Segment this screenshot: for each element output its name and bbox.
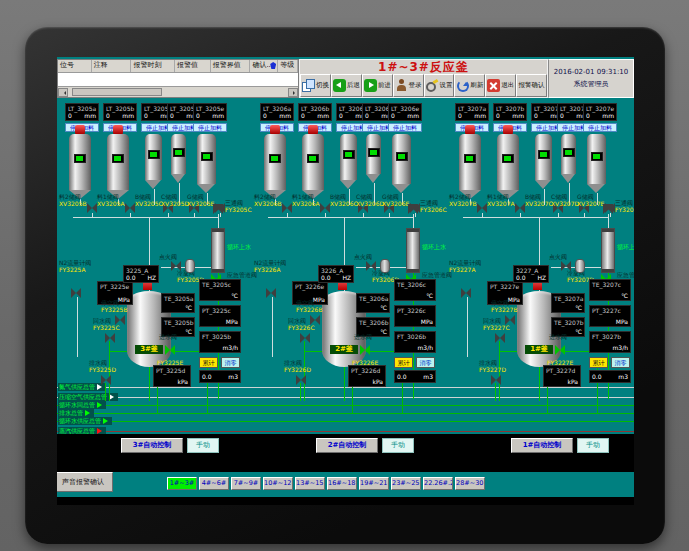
page-button-4[interactable]: 10#~12#: [263, 477, 293, 490]
valve-label-text: 料1储阀: [97, 193, 125, 200]
zero-reset-button[interactable]: 消零: [611, 357, 630, 368]
three-way-valve-icon[interactable]: [603, 204, 613, 214]
value-row: MPa: [397, 318, 433, 325]
n2-flow-valve-icon[interactable]: [266, 288, 276, 298]
ignition-valve-icon[interactable]: [171, 261, 181, 271]
pipe-line: [218, 214, 219, 228]
cooling-water-label: 循环上水: [617, 243, 634, 250]
level-bar: [76, 156, 83, 161]
ignition-valve-icon[interactable]: [366, 261, 376, 271]
pressure-d-readout: PT_3226dkPa: [348, 365, 386, 387]
value-text: 0: [170, 112, 174, 119]
value-row: 0.0m3: [397, 373, 433, 380]
page-button-9[interactable]: 22.26#.27#: [423, 477, 453, 490]
value-text: 0: [301, 112, 305, 119]
feeder-level-display: [538, 150, 550, 159]
unit-text: kPa: [178, 378, 189, 385]
stop-feed-button[interactable]: 停止加料: [193, 123, 227, 132]
n2-flow-valve-icon[interactable]: [461, 288, 471, 298]
stop-feed-button[interactable]: 停止加料: [583, 123, 617, 132]
feeder-cone: [145, 180, 161, 189]
tag-text: TE_3205a: [162, 294, 194, 302]
page-button-2[interactable]: 4#~6#: [199, 477, 229, 490]
value-text: 0.0: [202, 373, 212, 380]
valve-label-text: G储阀: [187, 193, 214, 200]
pipe-line: [77, 297, 78, 357]
sound-alarm-ack-button[interactable]: 声音报警确认: [57, 472, 113, 492]
feeder-valve-icon[interactable]: [282, 203, 292, 213]
auto-control-button[interactable]: 2#自动控制: [316, 438, 378, 453]
inlet-water-valve-icon[interactable]: [165, 345, 175, 355]
value-text: 0: [339, 112, 343, 119]
ignition-valve-icon[interactable]: [561, 261, 571, 271]
feeder-pipe: [482, 213, 483, 217]
manual-mode-button[interactable]: 手动: [382, 438, 414, 453]
valve-label-text: 料2储阀: [254, 193, 282, 200]
stop-feed-button[interactable]: 停止加料: [388, 123, 422, 132]
feeder-pipe: [92, 213, 93, 217]
page-button-1[interactable]: 1#~3#: [167, 477, 197, 490]
pipe-line: [300, 383, 301, 401]
three-way-valve-icon[interactable]: [408, 204, 418, 214]
inlet-water-valve-icon[interactable]: [555, 345, 565, 355]
drain-valve-icon[interactable]: [101, 375, 111, 385]
page-button-3[interactable]: 7#~9#: [231, 477, 261, 490]
valve-tag-text: FY3226C: [288, 324, 315, 331]
valve-tag-text: FY3226A: [254, 266, 286, 273]
value-row: 0.0HZ: [126, 274, 156, 281]
page-button-5[interactable]: 13#~15#: [295, 477, 325, 490]
page-button-6[interactable]: 16#~18#: [327, 477, 357, 490]
auto-control-button[interactable]: 1#自动控制: [511, 438, 573, 453]
totalize-button[interactable]: 累计: [589, 357, 608, 368]
feeder-valve-label: 料2储阀XV3207B: [449, 193, 477, 207]
unit-text: mm: [317, 112, 329, 119]
n2-flow-valve-icon[interactable]: [71, 288, 81, 298]
level-bar: [271, 156, 278, 161]
totalize-button[interactable]: 累计: [199, 357, 218, 368]
feeder-valve-icon[interactable]: [515, 203, 525, 213]
feeder-valve-icon[interactable]: [477, 203, 487, 213]
valve-label-text: 料2储阀: [59, 193, 87, 200]
inlet-water-valve-label: 进水阀: [354, 333, 372, 340]
return-water-valve-icon[interactable]: [105, 333, 115, 343]
page-button-10[interactable]: 28#~30#: [455, 477, 485, 490]
value-row: ℃: [397, 292, 433, 299]
drain-valve-icon[interactable]: [491, 375, 501, 385]
three-way-valve-icon[interactable]: [213, 204, 223, 214]
page-button-7[interactable]: 19#~21#: [359, 477, 389, 490]
agitator-freq-readout: 3227_A0.0HZ: [513, 265, 549, 283]
feeder-pipe: [363, 213, 364, 217]
valve-tag-text: XV3206E: [382, 200, 409, 207]
reactor-sections: LT_3205a0mm停止加料料2储阀XV3205BLT_3205b0mm停止加…: [57, 57, 634, 505]
drain-valve-icon[interactable]: [296, 375, 306, 385]
value-row: m3/h: [592, 344, 628, 351]
feeder-valve-icon[interactable]: [320, 203, 330, 213]
cooling-water-label: 循环上水: [227, 243, 251, 250]
manual-mode-button[interactable]: 手动: [577, 438, 609, 453]
ignition-valve-label: 点火阀: [549, 253, 567, 260]
valve-label-text: C储阀: [161, 193, 189, 200]
manual-mode-button[interactable]: 手动: [187, 438, 219, 453]
feeder-pipe: [168, 213, 169, 217]
return-water-valve-icon[interactable]: [495, 333, 505, 343]
zero-reset-button[interactable]: 消零: [221, 357, 240, 368]
inlet-water-valve-icon[interactable]: [360, 345, 370, 355]
total-flow-readout: 0.0m3: [589, 370, 631, 383]
n2-flow-valve-label: N2流量计阀FY3225A: [59, 259, 91, 273]
valve-tag-text: XV3207A: [487, 200, 515, 207]
tag-text: PT_3225d: [154, 366, 190, 374]
level-bar: [345, 152, 352, 157]
tag-text: LT_3207e: [584, 104, 616, 112]
tag-text: LT_3206b: [299, 104, 331, 112]
n2-flow-valve-label: N2流量计阀FY3227A: [449, 259, 481, 273]
return-water-valve-icon[interactable]: [300, 333, 310, 343]
totalize-button[interactable]: 累计: [394, 357, 413, 368]
feeder-valve-icon[interactable]: [125, 203, 135, 213]
unit-text: mm: [512, 112, 524, 119]
zero-reset-button[interactable]: 消零: [416, 357, 435, 368]
feeder-valve-icon[interactable]: [87, 203, 97, 213]
feeder-level-display: [591, 152, 603, 161]
auto-control-button[interactable]: 3#自动控制: [121, 438, 183, 453]
unit-text: mm: [122, 112, 134, 119]
page-button-8[interactable]: 23#~25#: [391, 477, 421, 490]
